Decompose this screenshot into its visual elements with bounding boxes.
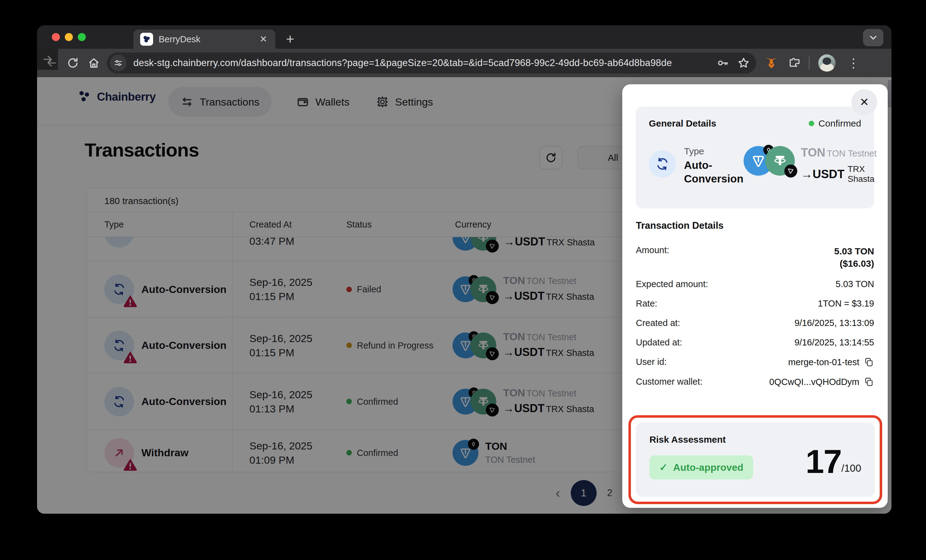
- general-details-card: General Details Confirmed Type Auto-Conv…: [636, 106, 874, 208]
- risk-score-denominator: /100: [841, 462, 861, 474]
- transaction-details-title: Transaction Details: [636, 220, 723, 231]
- type-value: Auto-Conversion: [684, 158, 744, 186]
- copy-icon[interactable]: [864, 357, 874, 367]
- url-text[interactable]: desk-stg.chainberry.com/dashboard/transa…: [133, 58, 672, 68]
- general-details-title: General Details: [649, 118, 716, 129]
- tron-network-badge-icon: [784, 165, 797, 177]
- detail-value: 5.03 TON($16.03): [834, 245, 874, 270]
- detail-value: 1TON = $3.19: [818, 298, 874, 309]
- traffic-light-close[interactable]: [52, 33, 60, 41]
- site-settings-icon[interactable]: [110, 54, 127, 71]
- detail-value: 5.03 TON: [835, 279, 874, 289]
- risk-assessment-title: Risk Assessment: [649, 434, 753, 445]
- toolbar-separator: [809, 56, 809, 70]
- auto-conversion-icon: [649, 150, 676, 177]
- risk-score: 17 /100: [806, 437, 861, 485]
- to-currency: →USDT: [801, 168, 844, 181]
- bookmark-star-icon[interactable]: [737, 56, 750, 70]
- profile-avatar[interactable]: [818, 54, 835, 72]
- detail-row: Amount:5.03 TON($16.03): [636, 241, 874, 274]
- detail-row: Updated at:9/16/2025, 13:14:55: [636, 333, 874, 352]
- detail-value: 0QCwQI...vQHOdDym: [769, 377, 874, 387]
- close-panel-button[interactable]: ✕: [851, 89, 877, 115]
- new-tab-button[interactable]: +: [281, 30, 300, 48]
- copy-icon[interactable]: [864, 377, 874, 387]
- browser-menu-icon[interactable]: ⋮: [844, 56, 863, 70]
- tab-strip: BerryDesk ✕ +: [37, 25, 891, 49]
- risk-assessment-highlight-ring: Risk Assessment ✓ Auto-approved 17 /100: [628, 415, 882, 504]
- type-label: Type: [684, 146, 744, 156]
- page-viewport: Chainberry Transactions Wallets Settings: [37, 77, 891, 514]
- risk-score-value: 17: [806, 442, 841, 481]
- browser-window: BerryDesk ✕ + desk-stg.chainberry.com/da…: [37, 25, 891, 514]
- forward-button[interactable]: [37, 49, 58, 70]
- browser-toolbar: desk-stg.chainberry.com/dashboard/transa…: [37, 49, 891, 77]
- berrydesk-favicon-icon: [140, 33, 153, 46]
- to-network: TRX Shasta: [847, 164, 875, 184]
- traffic-light-minimize[interactable]: [65, 33, 73, 41]
- risk-assessment-card: Risk Assessment ✓ Auto-approved 17 /100: [636, 422, 875, 497]
- detail-label: Created at:: [636, 318, 680, 328]
- detail-label: Customer wallet:: [636, 377, 702, 387]
- detail-row: Rate:1TON = $3.19: [636, 294, 874, 313]
- address-bar[interactable]: desk-stg.chainberry.com/dashboard/transa…: [107, 53, 756, 73]
- detail-label: User id:: [636, 357, 667, 367]
- traffic-light-zoom[interactable]: [78, 33, 86, 41]
- browser-tab[interactable]: BerryDesk ✕: [133, 30, 275, 49]
- detail-row: User id:merge-ton-01-test: [636, 352, 874, 372]
- detail-label: Rate:: [636, 298, 657, 309]
- detail-row: Customer wallet:0QCwQI...vQHOdDym: [636, 372, 874, 392]
- reload-button[interactable]: [62, 53, 83, 73]
- status-badge: Confirmed: [809, 118, 861, 129]
- detail-label: Amount:: [636, 245, 669, 255]
- check-icon: ✓: [659, 462, 668, 473]
- extensions-puzzle-icon[interactable]: [787, 56, 800, 70]
- metamask-extension-icon[interactable]: [764, 56, 778, 70]
- tab-title: BerryDesk: [159, 34, 258, 44]
- transaction-details-rows: Amount:5.03 TON($16.03)Expected amount:5…: [636, 241, 874, 392]
- detail-row: Expected amount:5.03 TON: [636, 274, 874, 294]
- scrollbar-thumb[interactable]: [888, 80, 891, 107]
- status-label: Confirmed: [819, 118, 861, 129]
- auto-approved-badge: ✓ Auto-approved: [649, 456, 753, 480]
- detail-value: 9/16/2025, 13:13:09: [794, 318, 874, 328]
- tab-close-icon[interactable]: ✕: [258, 33, 269, 45]
- from-network: TON Testnet: [827, 148, 877, 158]
- status-dot-icon: [809, 121, 814, 126]
- tab-search-chevron-icon[interactable]: [863, 29, 884, 46]
- home-button[interactable]: [83, 53, 104, 73]
- detail-label: Expected amount:: [636, 279, 708, 289]
- detail-label: Updated at:: [636, 338, 682, 348]
- transaction-detail-panel: ✕ General Details Confirmed Type Auto-: [622, 84, 888, 508]
- password-key-icon[interactable]: [716, 56, 729, 70]
- auto-approved-label: Auto-approved: [673, 462, 744, 473]
- from-currency: TON: [801, 146, 826, 159]
- detail-value: merge-ton-01-test: [788, 357, 875, 367]
- detail-value: 9/16/2025, 13:14:55: [794, 338, 874, 348]
- usdt-coin-icon: [765, 146, 795, 176]
- detail-row: Created at:9/16/2025, 13:13:09: [636, 313, 874, 333]
